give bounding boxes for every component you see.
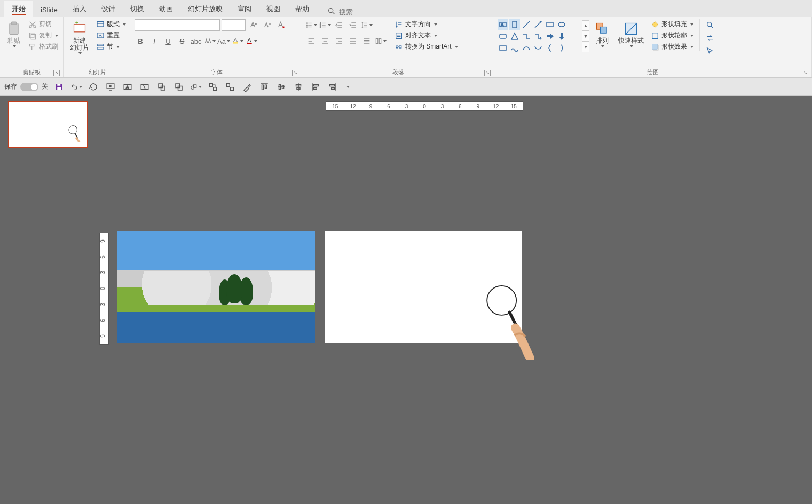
shape-gallery[interactable]: A [498, 19, 579, 53]
copy-button[interactable]: 复制 [27, 30, 60, 41]
shape-down-arrow-icon[interactable] [556, 31, 567, 42]
shape-brace-right-icon[interactable] [556, 43, 567, 53]
scroll-up-icon[interactable]: ▲ [582, 20, 589, 31]
font-name-input[interactable] [135, 19, 220, 31]
numbering-icon[interactable]: 123 [319, 19, 331, 31]
change-case-icon[interactable]: Aa [218, 35, 230, 47]
cut-button[interactable]: 剪切 [27, 19, 60, 29]
current-slide[interactable] [325, 231, 522, 343]
paste-button[interactable]: 粘贴 [3, 19, 25, 50]
redo-icon[interactable] [88, 81, 99, 93]
convert-smartart-button[interactable]: 转换为 SmartArt [393, 42, 460, 52]
toggle-icon[interactable] [20, 83, 38, 91]
qat-bring-front-icon[interactable] [173, 81, 185, 93]
clear-format-icon[interactable] [275, 19, 287, 31]
tab-home[interactable]: 开始 [4, 1, 33, 17]
underline-icon[interactable]: U [162, 35, 174, 47]
shadow-icon[interactable]: abc [190, 35, 202, 47]
dialog-launcher-icon[interactable]: ↘ [53, 70, 60, 76]
shape-arc2-icon[interactable] [533, 43, 543, 53]
tab-view[interactable]: 视图 [259, 1, 288, 17]
scroll-down-icon[interactable]: ▼ [582, 31, 589, 42]
qat-align-top-icon[interactable] [258, 81, 270, 93]
qat-ungroup-icon[interactable] [224, 81, 236, 93]
tab-help[interactable]: 帮助 [288, 1, 317, 17]
slide-thumbnail-1[interactable] [8, 101, 88, 148]
save-icon[interactable] [53, 81, 65, 93]
increase-indent-icon[interactable] [347, 19, 359, 31]
shape-textbox-icon[interactable]: A [498, 19, 508, 30]
tab-islide[interactable]: iSlide [33, 3, 65, 17]
qat-align-left-icon[interactable] [310, 81, 321, 93]
section-button[interactable]: 节 [94, 42, 128, 52]
qat-more-icon[interactable] [344, 81, 351, 93]
shape-fill-button[interactable]: 形状填充 [649, 19, 695, 29]
align-text-button[interactable]: 对齐文本 [393, 30, 460, 41]
bold-icon[interactable]: B [135, 35, 146, 47]
search-box[interactable] [327, 7, 382, 17]
dialog-launcher-icon[interactable]: ↘ [802, 70, 808, 76]
shape-curve-icon[interactable] [509, 43, 520, 53]
distributed-icon[interactable] [361, 35, 373, 47]
qat-align-right-icon[interactable] [327, 81, 338, 93]
qat-align-vcenter-icon[interactable] [293, 81, 304, 93]
decrease-indent-icon[interactable] [333, 19, 345, 31]
layout-button[interactable]: 版式 [94, 19, 128, 29]
tab-review[interactable]: 审阅 [230, 1, 259, 17]
gallery-more-icon[interactable]: ▾ [582, 42, 589, 52]
align-center-icon[interactable] [319, 35, 331, 47]
landscape-image[interactable] [117, 231, 315, 343]
slide-thumbnails[interactable] [0, 96, 96, 504]
shape-connector-arrow-icon[interactable] [533, 31, 543, 42]
highlight-icon[interactable] [232, 35, 243, 47]
find-icon[interactable] [704, 19, 716, 31]
shape-outline-button[interactable]: 形状轮廓 [649, 30, 695, 41]
qat-group-icon[interactable] [207, 81, 219, 93]
italic-icon[interactable]: I [148, 35, 160, 47]
increase-font-icon[interactable] [248, 19, 259, 31]
slide-editor[interactable]: 15 12 9 6 3 0 3 6 9 12 15 9 6 3 0 3 6 9 [96, 96, 812, 504]
shape-effects-button[interactable]: 形状效果 [649, 42, 695, 52]
replace-icon[interactable] [704, 32, 716, 44]
shape-brace-left-icon[interactable] [545, 43, 555, 53]
tab-insert[interactable]: 插入 [65, 1, 94, 17]
shape-vertical-textbox-icon[interactable] [509, 19, 520, 30]
decrease-font-icon[interactable] [262, 19, 273, 31]
tab-animations[interactable]: 动画 [152, 1, 180, 17]
qat-align-middle-icon[interactable] [275, 81, 287, 93]
text-direction-button[interactable]: 文字方向 [393, 19, 460, 29]
justify-icon[interactable] [347, 35, 359, 47]
columns-icon[interactable] [375, 35, 387, 47]
line-spacing-icon[interactable] [361, 19, 373, 31]
char-spacing-icon[interactable] [204, 35, 216, 47]
shape-right-arrow-icon[interactable] [545, 31, 555, 42]
tab-design[interactable]: 设计 [94, 1, 123, 17]
shape-gallery-scroll[interactable]: ▲ ▼ ▾ [582, 20, 589, 52]
shape-rect-icon[interactable] [545, 19, 555, 30]
align-right-icon[interactable] [333, 35, 345, 47]
shape-arc-icon[interactable] [521, 43, 532, 53]
undo-icon[interactable] [70, 81, 82, 93]
dialog-launcher-icon[interactable]: ↘ [484, 70, 491, 76]
quick-styles-button[interactable]: 快速样式 [615, 19, 647, 50]
format-painter-button[interactable]: 格式刷 [27, 42, 60, 52]
dialog-launcher-icon[interactable]: ↘ [292, 70, 298, 76]
autosave-toggle[interactable]: 保存 关 [4, 82, 48, 91]
tab-slideshow[interactable]: 幻灯片放映 [180, 1, 230, 17]
shape-oval-icon[interactable] [556, 19, 567, 30]
qat-eyedropper-icon[interactable] [241, 81, 253, 93]
align-left-icon[interactable] [305, 35, 317, 47]
reset-button[interactable]: 重置 [94, 30, 128, 41]
bullets-icon[interactable] [305, 19, 317, 31]
shape-triangle-icon[interactable] [509, 31, 520, 42]
select-icon[interactable] [704, 45, 716, 57]
font-size-input[interactable] [222, 19, 246, 31]
shape-roundrect-icon[interactable] [498, 31, 508, 42]
tab-transitions[interactable]: 切换 [123, 1, 152, 17]
strike-icon[interactable]: S [176, 35, 188, 47]
qat-textbox-icon[interactable]: A [122, 81, 133, 93]
shape-arrow-line-icon[interactable] [533, 19, 543, 30]
font-color-icon[interactable] [246, 35, 257, 47]
qat-send-back-icon[interactable] [156, 81, 168, 93]
shape-connector-icon[interactable] [521, 31, 532, 42]
